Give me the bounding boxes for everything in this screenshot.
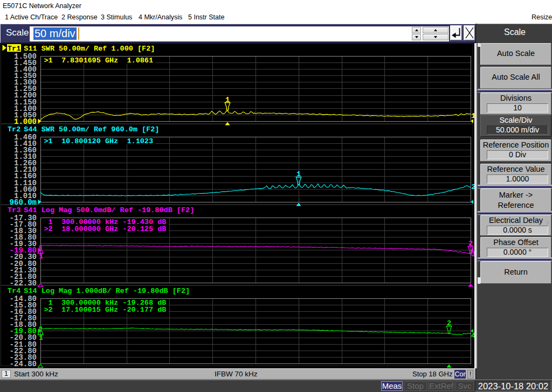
- svg-text:1: 1: [39, 334, 43, 342]
- svg-text:>1 7.8301695 GHz 1.0861: >1 7.8301695 GHz 1.0861: [44, 57, 154, 65]
- svg-text:S44 SWR 50.00m/ Ref 960.0m [F2: S44 SWR 50.00m/ Ref 960.0m [F2]: [24, 125, 159, 134]
- svg-text:Tr1: Tr1: [8, 45, 20, 53]
- svg-text:S11 SWR 50.00m/ Ref 1.000 [F2]: S11 SWR 50.00m/ Ref 1.000 [F2]: [24, 45, 155, 53]
- svg-text:>2 17.100015 GHz -20.177 dB: >2 17.100015 GHz -20.177 dB: [44, 306, 167, 314]
- svg-text:>2 18.000000 GHz -20.125 dB: >2 18.000000 GHz -20.125 dB: [44, 225, 167, 233]
- svg-text:Tr4: Tr4: [8, 287, 20, 295]
- svg-text:-24.80: -24.80: [10, 360, 37, 368]
- svg-text:1.000: 1.000: [14, 117, 37, 126]
- svg-text:S41 Log Mag 500.0mdB/ Ref -19.: S41 Log Mag 500.0mdB/ Ref -19.80dB [F2]: [24, 206, 194, 214]
- svg-text:Tr3: Tr3: [8, 206, 20, 214]
- svg-text:-22.30: -22.30: [10, 279, 37, 288]
- svg-text:Tr2: Tr2: [8, 125, 20, 134]
- svg-text:960.0m: 960.0m: [10, 198, 37, 207]
- svg-text:S14 Log Mag 1.000dB/ Ref -19.8: S14 Log Mag 1.000dB/ Ref -19.80dB [F2]: [24, 287, 190, 295]
- svg-text:>1 10.800120 GHz 1.1023: >1 10.800120 GHz 1.1023: [44, 137, 154, 145]
- svg-text:1: 1: [39, 253, 43, 261]
